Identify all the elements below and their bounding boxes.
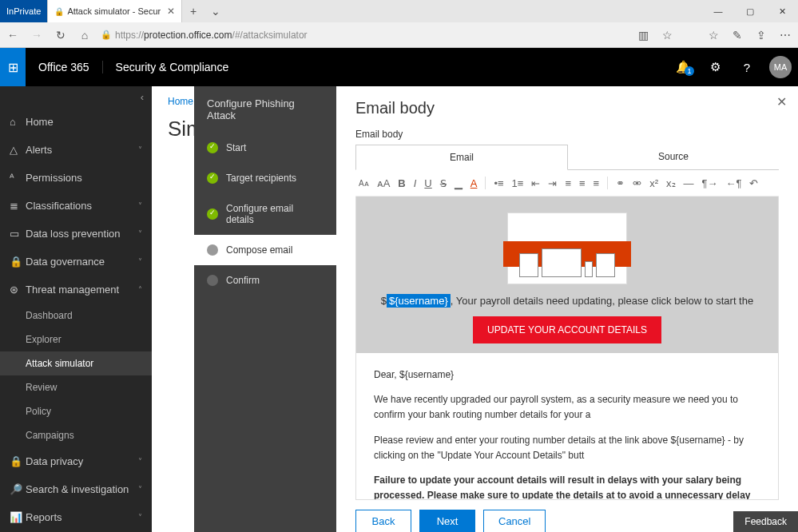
notifications-icon[interactable]: 🔔1 xyxy=(667,60,699,74)
tab-title: Attack simulator - Secur xyxy=(67,6,161,16)
number-list-icon[interactable]: 1≡ xyxy=(512,177,524,189)
undo-icon[interactable]: ↶ xyxy=(749,177,758,189)
tab-email[interactable]: Email xyxy=(355,145,568,170)
maximize-icon[interactable]: ▢ xyxy=(734,0,766,22)
nav-item-data-privacy[interactable]: 🔒Data privacy˅ xyxy=(0,447,152,475)
cta-button[interactable]: UPDATE YOUR ACCOUNT DETAILS xyxy=(473,316,661,343)
step-label: Compose email xyxy=(226,244,292,256)
nav-item-data-governance[interactable]: 🔒Data governance˅ xyxy=(0,248,152,276)
hero-rest: , Your payroll details need updating, pl… xyxy=(451,295,753,307)
username-token: ${username} xyxy=(387,294,451,308)
home-icon[interactable]: ⌂ xyxy=(77,29,93,42)
hero-text: $${username}, Your payroll details need … xyxy=(372,295,762,307)
step-confirm[interactable]: Confirm xyxy=(194,265,336,296)
ltr-icon[interactable]: ¶→ xyxy=(702,177,718,189)
nav-item-reports[interactable]: 📊Reports˅ xyxy=(0,503,152,531)
nav-sub-campaigns[interactable]: Campaigns xyxy=(0,423,152,447)
share-icon[interactable]: ⇪ xyxy=(753,29,769,42)
nav-sub-review[interactable]: Review xyxy=(0,375,152,399)
outdent-icon[interactable]: ⇤ xyxy=(531,177,540,189)
align-center-icon[interactable]: ≡ xyxy=(579,177,586,189)
font-size-dec-icon[interactable]: Aᴀ xyxy=(359,179,369,188)
help-icon[interactable]: ? xyxy=(731,61,763,74)
tab-source[interactable]: Source xyxy=(568,145,779,169)
nav-sub-explorer[interactable]: Explorer xyxy=(0,328,152,351)
unlink-icon[interactable]: ⚮ xyxy=(633,177,641,189)
close-panel-icon[interactable]: ✕ xyxy=(776,94,787,109)
rtl-icon[interactable]: ←¶ xyxy=(726,177,742,189)
nav-icon: ▭ xyxy=(10,228,26,240)
bold-icon[interactable]: B xyxy=(398,177,405,189)
notes-icon[interactable]: ✎ xyxy=(729,29,745,42)
cancel-button[interactable]: Cancel xyxy=(483,510,546,532)
reading-view-icon[interactable]: ▥ xyxy=(635,29,651,42)
nav-item-threat-management[interactable]: ⊛Threat management˄ xyxy=(0,276,152,304)
suite-brand[interactable]: Office 365 xyxy=(26,61,102,73)
subscript-icon[interactable]: x₂ xyxy=(666,177,676,189)
back-icon[interactable]: ← xyxy=(5,29,21,42)
link-icon[interactable]: ⚭ xyxy=(616,177,625,189)
nav-label: Home xyxy=(26,116,142,128)
nav-item-permissions[interactable]: ᴬPermissions xyxy=(0,164,152,192)
url-field[interactable]: 🔒 https://protection.office.com/#/attack… xyxy=(101,30,627,41)
new-tab-button[interactable]: + xyxy=(182,0,204,22)
nav-sub-attack-simulator[interactable]: Attack simulator xyxy=(0,351,152,375)
more-icon[interactable]: ⋯ xyxy=(777,29,793,42)
suite-app-title: Security & Compliance xyxy=(102,61,242,73)
highlight-icon[interactable]: ▁ xyxy=(455,177,463,189)
nav-item-classifications[interactable]: ≣Classifications˅ xyxy=(0,192,152,220)
next-button[interactable]: Next xyxy=(419,510,475,532)
nav-sub-dashboard[interactable]: Dashboard xyxy=(0,304,152,328)
step-dot-icon xyxy=(207,244,218,256)
favorites-hub-icon[interactable]: ☆ xyxy=(705,29,721,42)
wizard-title: Configure Phishing Attack xyxy=(194,86,336,133)
step-target-recipients[interactable]: Target recipients xyxy=(194,163,336,193)
close-tab-icon[interactable]: ✕ xyxy=(167,6,175,17)
step-label: Configure email details xyxy=(226,203,324,225)
indent-icon[interactable]: ⇥ xyxy=(548,177,557,189)
app-launcher-icon[interactable]: ⊞ xyxy=(0,48,26,86)
step-compose-email[interactable]: Compose email xyxy=(194,235,336,265)
font-color-icon[interactable]: A xyxy=(470,177,478,189)
font-size-inc-icon[interactable]: ᴀA xyxy=(377,177,391,189)
underline-icon[interactable]: U xyxy=(424,177,431,189)
nav-sub-policy[interactable]: Policy xyxy=(0,399,152,423)
avatar[interactable]: MA xyxy=(769,56,792,78)
chevron-down-icon: ˅ xyxy=(138,201,142,210)
feedback-button[interactable]: Feedback xyxy=(733,511,798,532)
email-body-text[interactable]: Dear, ${username} We have recently upgra… xyxy=(356,353,778,500)
close-window-icon[interactable]: ✕ xyxy=(766,0,798,22)
minimize-icon[interactable]: — xyxy=(702,0,734,22)
back-button[interactable]: Back xyxy=(355,510,411,532)
strikethrough-icon[interactable]: S̶ xyxy=(440,177,447,189)
hr-icon[interactable]: — xyxy=(684,177,694,189)
nav-item-alerts[interactable]: △Alerts˅ xyxy=(0,136,152,164)
breadcrumb-home[interactable]: Home xyxy=(168,96,193,107)
panel-heading: Email body xyxy=(355,99,779,117)
collapse-nav-icon[interactable]: ‹ xyxy=(0,86,152,108)
settings-icon[interactable]: ⚙ xyxy=(699,60,731,74)
refresh-icon[interactable]: ↻ xyxy=(53,29,69,42)
email-editor[interactable]: $${username}, Your payroll details need … xyxy=(355,197,779,500)
favorite-icon[interactable]: ☆ xyxy=(659,29,675,42)
chevron-down-icon: ˅ xyxy=(138,485,142,494)
editor-toolbar: Aᴀ ᴀA B I U S̶ ▁ A •≡ 1≡ ⇤ ⇥ ≡ ≡ ≡ xyxy=(355,170,779,197)
step-configure-email-details[interactable]: Configure email details xyxy=(194,193,336,235)
tab-overflow-icon[interactable]: ⌄ xyxy=(204,0,227,22)
body-p3: Failure to update your account details w… xyxy=(374,473,760,500)
align-right-icon[interactable]: ≡ xyxy=(594,177,600,189)
step-start[interactable]: Start xyxy=(194,133,336,163)
align-left-icon[interactable]: ≡ xyxy=(565,177,571,189)
forward-icon[interactable]: → xyxy=(29,29,45,42)
wizard-overlay: Configure Phishing Attack StartTarget re… xyxy=(194,86,798,532)
superscript-icon[interactable]: x² xyxy=(649,177,658,189)
italic-icon[interactable]: I xyxy=(414,177,417,189)
browser-tab[interactable]: 🔒 Attack simulator - Secur ✕ xyxy=(48,0,182,22)
token-prefix: $ xyxy=(381,295,387,307)
nav-item-search-investigation[interactable]: 🔎Search & investigation˅ xyxy=(0,475,152,503)
wizard-actions: Back Next Cancel xyxy=(355,510,779,532)
nav-item-data-loss-prevention[interactable]: ▭Data loss prevention˅ xyxy=(0,220,152,248)
separator xyxy=(485,177,486,189)
bullet-list-icon[interactable]: •≡ xyxy=(494,177,503,189)
nav-item-home[interactable]: ⌂Home xyxy=(0,108,152,136)
